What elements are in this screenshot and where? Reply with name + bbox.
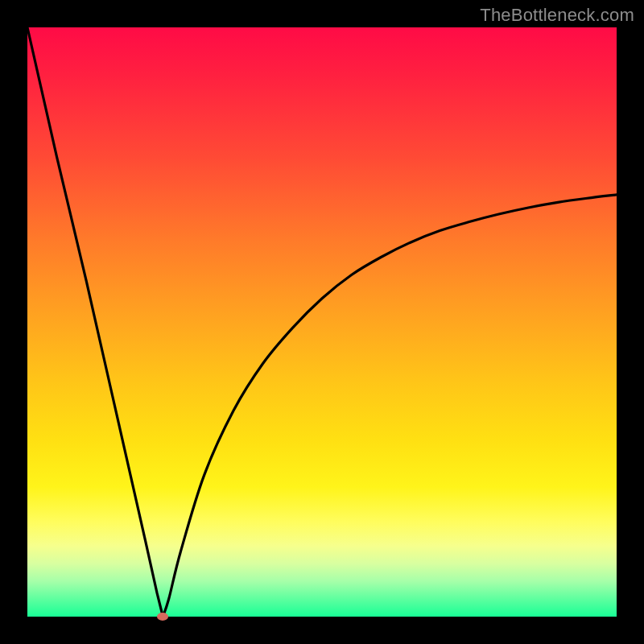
bottleneck-curve: [27, 27, 617, 617]
plot-area: [27, 27, 617, 617]
watermark-text: TheBottleneck.com: [480, 5, 634, 26]
chart-frame: TheBottleneck.com: [0, 0, 644, 644]
minimum-marker: [157, 613, 168, 621]
